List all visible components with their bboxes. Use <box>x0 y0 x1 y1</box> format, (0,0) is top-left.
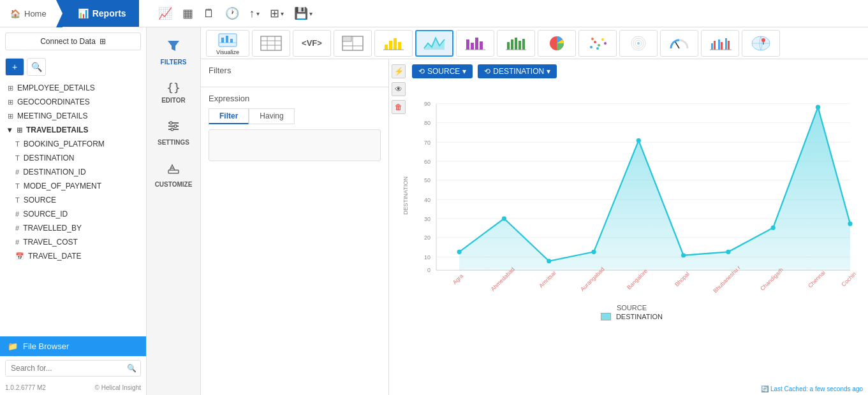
lightning-ctrl-button[interactable]: ⚡ <box>392 64 406 78</box>
grouped-bar-button[interactable] <box>701 30 739 57</box>
bar-chart-purple-button[interactable] <box>456 30 494 57</box>
search-field-button[interactable]: 🔍 <box>27 58 46 76</box>
content-area: Filters Expression Filter Having ⚡ 👁 <box>201 59 868 395</box>
tree-item-label: BOOKING_PLATFORM <box>24 140 105 148</box>
x-axis-label: SOURCE <box>402 304 862 312</box>
svg-rect-24 <box>389 41 392 50</box>
svg-rect-30 <box>471 43 474 50</box>
svg-text:0: 0 <box>427 267 430 273</box>
svg-point-46 <box>596 47 599 50</box>
vf-table-button[interactable]: <VF> <box>293 30 331 57</box>
svg-text:60: 60 <box>424 159 430 165</box>
tree-item-icon: T <box>15 140 20 148</box>
pivot-button[interactable] <box>334 30 372 57</box>
file-browser-button[interactable]: 📁 File Browser <box>0 336 146 356</box>
svg-rect-58 <box>728 41 730 50</box>
bar-chart-green-button[interactable] <box>497 30 535 57</box>
svg-rect-35 <box>511 40 513 50</box>
svg-rect-55 <box>718 40 720 50</box>
filter-sidebar: Filters Expression Filter Having <box>201 59 389 395</box>
expression-textarea[interactable] <box>209 129 381 161</box>
columns-toolbar-btn[interactable]: ⊞ ▾ <box>270 6 284 20</box>
svg-point-43 <box>598 44 600 47</box>
table-chart-button[interactable] <box>252 30 290 57</box>
filters-icon <box>166 39 180 56</box>
sidebar-tree-item-traveldetails[interactable]: ▾⊞TRAVELDETAILS <box>0 123 146 137</box>
clock-toolbar-icon[interactable]: 🕐 <box>225 6 239 20</box>
svg-point-6 <box>171 128 173 131</box>
x-label-agra: Agra <box>452 273 465 286</box>
sidebar-tree-item-destination_id[interactable]: #DESTINATION_ID <box>0 165 146 179</box>
sidebar-tree-item-source[interactable]: TSOURCE <box>0 193 146 207</box>
editor-label: EDITOR <box>161 97 186 104</box>
sidebar-tree-item-geocoordinates[interactable]: ⊞GEOCOORDINATES <box>0 95 146 109</box>
map-chart-button[interactable] <box>742 30 780 57</box>
sidebar-tree-item-source_id[interactable]: #SOURCE_ID <box>0 207 146 221</box>
version-footer: 1.0.2.6777 M2 © Helical Insight <box>0 380 146 395</box>
sidebar-tree-item-travel_cost[interactable]: #TRAVEL_COST <box>0 235 146 249</box>
pie-chart-button[interactable] <box>538 30 576 57</box>
expression-tabs: Filter Having <box>209 108 381 124</box>
data-point-chandigarh <box>771 226 776 230</box>
bar-chart-yellow-button[interactable] <box>374 30 413 57</box>
sidebar-tree-item-mode_of_payment[interactable]: TMODE_OF_PAYMENT <box>0 179 146 193</box>
svg-point-51 <box>637 42 640 45</box>
file-browser-icon: 📁 <box>8 341 18 351</box>
home-nav-item[interactable]: 🏠 Home <box>0 0 57 27</box>
svg-rect-13 <box>230 39 233 43</box>
sidebar-actions: + 🔍 <box>0 55 146 78</box>
tree-item-icon: # <box>15 224 19 232</box>
tree-item-icon: # <box>15 168 19 176</box>
sidebar-tree-item-travel_date[interactable]: 📅TRAVEL_DATE <box>0 249 146 263</box>
sidebar-tree-item-destination[interactable]: TDESTINATION <box>0 151 146 165</box>
save-toolbar-btn[interactable]: 💾 ▾ <box>294 6 313 20</box>
customize-panel-button[interactable]: CUSTOMIZE <box>150 156 198 193</box>
scatter-chart-button[interactable] <box>578 30 617 57</box>
tree-item-icon: # <box>15 238 19 246</box>
sidebar-tree-item-travelled_by[interactable]: #TRAVELLED_BY <box>0 221 146 235</box>
search-icon[interactable]: 🔍 <box>123 361 140 375</box>
circle-heat-button[interactable] <box>619 30 658 57</box>
filters-panel-button[interactable]: FILTERS <box>150 34 198 71</box>
report-toolbar-icon[interactable]: 🗒 <box>203 7 215 20</box>
connect-to-data-button[interactable]: Connect to Data ⊞ <box>5 32 141 50</box>
chart-type-toolbar: Visualize <VF> <box>201 27 868 59</box>
columns-icon: ⊞ <box>270 6 279 20</box>
home-label: Home <box>24 9 47 18</box>
visualize-button[interactable]: Visualize <box>206 30 249 57</box>
tree-item-label: DESTINATION_ID <box>23 168 85 176</box>
sidebar-tree-item-employee_details[interactable]: ⊞EMPLOYEE_DETAILS <box>0 81 146 95</box>
settings-panel-button[interactable]: SETTINGS <box>150 114 198 151</box>
sidebar-tree-item-meeting_details[interactable]: ⊞MEETING_DETAILS <box>0 109 146 123</box>
share-toolbar-btn[interactable]: ↑ ▾ <box>249 7 260 20</box>
tree-item-label: MODE_OF_PAYMENT <box>24 182 101 190</box>
search-bar: 🔍 <box>5 360 141 377</box>
legend-color-box <box>601 313 611 320</box>
source-label: SOURCE <box>427 67 460 76</box>
sidebar-tree-item-booking_platform[interactable]: TBOOKING_PLATFORM <box>0 137 146 151</box>
source-button[interactable]: ⟲ SOURCE ▾ <box>412 64 473 78</box>
svg-point-62 <box>761 38 765 42</box>
gauge-chart-button[interactable] <box>660 30 698 57</box>
y-axis-label: DESTINATION <box>402 176 409 215</box>
nav-separator <box>56 0 63 27</box>
area-chart-teal-button[interactable] <box>415 30 453 57</box>
editor-panel-button[interactable]: {} EDITOR <box>150 76 198 109</box>
svg-rect-56 <box>721 42 723 50</box>
svg-text:40: 40 <box>424 197 430 203</box>
add-field-button[interactable]: + <box>5 58 24 76</box>
x-label-bangalore: Bangalore <box>626 268 649 291</box>
svg-rect-11 <box>221 38 224 43</box>
reports-nav-item[interactable]: 📊 Reports <box>63 0 139 27</box>
filter-tab[interactable]: Filter <box>209 108 249 124</box>
source-icon: ⟲ <box>418 67 425 76</box>
last-cached-text[interactable]: 🔄 Last Cached: a few seconds ago <box>761 385 863 392</box>
tree-item-icon: ⊞ <box>8 98 13 106</box>
destination-button[interactable]: ⟲ DESTINATION ▾ <box>478 64 557 78</box>
line-chart-toolbar-icon[interactable]: 📈 <box>158 6 172 20</box>
svg-text:10: 10 <box>424 254 430 261</box>
having-tab[interactable]: Having <box>249 108 294 124</box>
table-toolbar-icon[interactable]: ▦ <box>182 6 193 20</box>
search-input[interactable] <box>6 361 123 376</box>
main-layout: Connect to Data ⊞ + 🔍 ⊞EMPLOYEE_DETAILS⊞… <box>0 27 868 395</box>
